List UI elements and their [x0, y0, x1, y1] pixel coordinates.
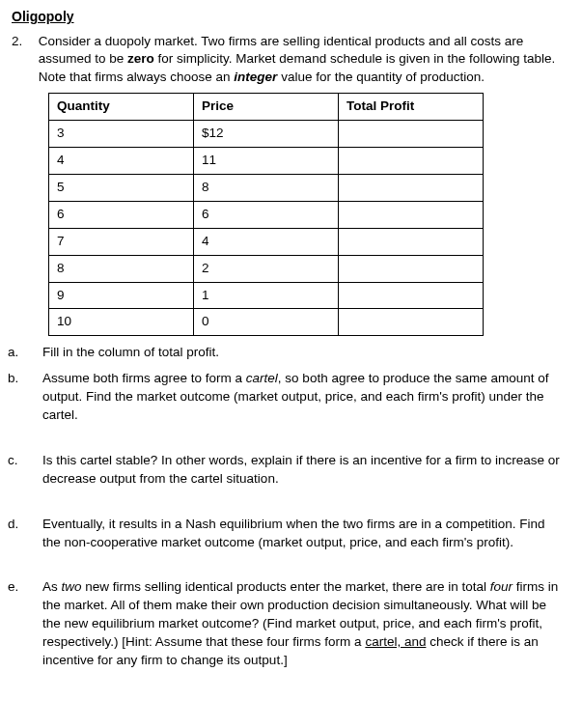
- table-row: 58: [49, 174, 484, 201]
- table-row: 100: [49, 309, 484, 336]
- sub-question-a: a.Fill in the column of total profit.: [12, 344, 563, 362]
- table-row: 3$12: [49, 121, 484, 148]
- cell-price: $12: [194, 121, 339, 148]
- sub-label: c.: [25, 452, 42, 470]
- cell-price: 2: [194, 255, 339, 282]
- table-row: 66: [49, 201, 484, 228]
- table-header-row: Quantity Price Total Profit: [49, 94, 484, 121]
- sub-question-c: c.Is this cartel stable? In other words,…: [12, 452, 563, 489]
- cell-total-profit: [339, 201, 484, 228]
- cell-price: 11: [194, 148, 339, 175]
- cell-total-profit: [339, 309, 484, 336]
- sub-e-two: two: [62, 579, 82, 594]
- sub-question-d: d.Eventually, it results in a Nash equil…: [12, 516, 563, 552]
- cell-total-profit: [339, 121, 484, 148]
- cell-quantity: 3: [49, 121, 194, 148]
- cell-total-profit: [339, 228, 484, 255]
- col-header-quantity: Quantity: [49, 94, 194, 121]
- sub-label: e.: [25, 578, 42, 597]
- sub-b-t1: Assume both firms agree to form a: [42, 371, 246, 385]
- cell-quantity: 4: [49, 148, 194, 175]
- cell-quantity: 5: [49, 174, 194, 201]
- cell-total-profit: [339, 174, 484, 201]
- cell-total-profit: [339, 282, 484, 309]
- table-row: 411: [49, 148, 484, 175]
- sub-b-cartel: cartel: [246, 371, 278, 385]
- cell-quantity: 7: [49, 228, 194, 255]
- sub-question-e: e.As two new firms selling identical pro…: [12, 578, 563, 669]
- question-block: 2. Consider a duopoly market. Two firms …: [12, 33, 563, 94]
- table-row: 82: [49, 255, 484, 282]
- table-row: 91: [49, 282, 484, 309]
- sub-label: a.: [25, 344, 42, 362]
- col-header-price: Price: [194, 94, 339, 121]
- sub-e-t1: As: [42, 579, 62, 594]
- sub-e-four: four: [490, 579, 513, 594]
- cell-price: 4: [194, 228, 339, 255]
- col-header-total-profit: Total Profit: [339, 94, 484, 121]
- sub-label: b.: [25, 370, 42, 388]
- cell-price: 0: [194, 309, 339, 336]
- sub-label: d.: [25, 516, 42, 534]
- cell-quantity: 6: [49, 201, 194, 228]
- cell-quantity: 10: [49, 309, 194, 336]
- question-number: 2.: [12, 33, 35, 51]
- sub-c-text: Is this cartel stable? In other words, e…: [42, 453, 560, 486]
- intro-zero: zero: [127, 51, 154, 66]
- intro-integer: integer: [234, 70, 277, 84]
- cell-total-profit: [339, 148, 484, 175]
- sub-e-t2: new firms selling identical products ent…: [82, 579, 490, 594]
- table-row: 74: [49, 228, 484, 255]
- sub-e-cartel-and: cartel, and: [365, 634, 426, 649]
- section-header: Oligopoly: [12, 8, 563, 27]
- sub-question-b: b.Assume both firms agree to form a cart…: [12, 370, 563, 425]
- sub-a-text: Fill in the column of total profit.: [42, 345, 219, 359]
- sub-d-text: Eventually, it results in a Nash equilib…: [42, 517, 544, 549]
- cell-price: 1: [194, 282, 339, 309]
- cell-quantity: 9: [49, 282, 194, 309]
- demand-table: Quantity Price Total Profit 3$12 411 58 …: [48, 93, 484, 336]
- cell-price: 6: [194, 201, 339, 228]
- cell-price: 8: [194, 174, 339, 201]
- cell-quantity: 8: [49, 255, 194, 282]
- intro-text-3: value for the quantity of production.: [277, 70, 485, 84]
- question-intro: Consider a duopoly market. Two firms are…: [39, 33, 563, 88]
- cell-total-profit: [339, 255, 484, 282]
